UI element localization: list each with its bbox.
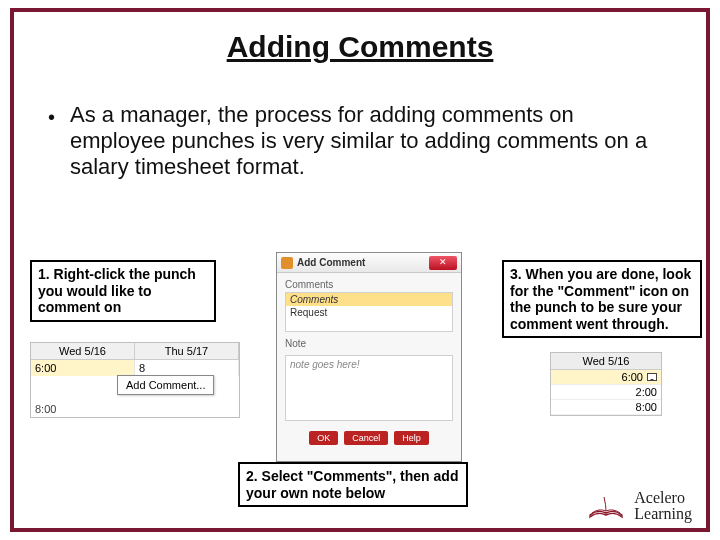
cancel-button[interactable]: Cancel — [344, 431, 388, 445]
col-header: Wed 5/16 — [551, 353, 661, 370]
body-text: As a manager, the process for adding com… — [70, 102, 647, 179]
col-header: Thu 5/17 — [135, 343, 239, 359]
body-paragraph: • As a manager, the process for adding c… — [70, 102, 666, 180]
note-textarea[interactable]: note goes here! — [285, 355, 453, 421]
comment-type-list[interactable]: Comments Request — [285, 292, 453, 332]
logo-text-line2: Learning — [634, 506, 692, 522]
screenshot-punch-with-comment-icon: Wed 5/16 6:00 2:00 8:00 — [550, 352, 662, 416]
col-header: Wed 5/16 — [31, 343, 135, 359]
help-button[interactable]: Help — [394, 431, 429, 445]
punch-cell: 8:00 — [35, 403, 56, 415]
screenshot-add-comment-dialog: Add Comment ✕ Comments Comments Request … — [276, 252, 462, 462]
list-item[interactable]: Request — [286, 306, 452, 319]
callout-step-3: 3. When you are done, look for the "Comm… — [502, 260, 702, 338]
punch-time: 6:00 — [622, 371, 643, 383]
dialog-titlebar: Add Comment ✕ — [277, 253, 461, 273]
logo-text-line1: Acelero — [634, 490, 692, 506]
punch-row: 6:00 — [551, 370, 661, 385]
punch-row: 2:00 — [551, 385, 661, 400]
punch-cell[interactable]: 8 — [135, 360, 239, 376]
context-menu-add-comment[interactable]: Add Comment... — [117, 375, 214, 395]
callout-step-2: 2. Select "Comments", then add your own … — [238, 462, 468, 507]
acelero-learning-logo: Acelero Learning — [586, 490, 692, 522]
punch-time: 8:00 — [636, 401, 657, 413]
list-item-selected[interactable]: Comments — [286, 293, 452, 306]
punch-cell[interactable]: 6:00 — [31, 360, 135, 376]
slide-title: Adding Comments — [14, 30, 706, 64]
slide-frame: Adding Comments • As a manager, the proc… — [10, 8, 710, 532]
ok-button[interactable]: OK — [309, 431, 338, 445]
section-label-comments: Comments — [277, 273, 461, 292]
punch-time: 2:00 — [636, 386, 657, 398]
section-label-note: Note — [277, 332, 461, 351]
close-button[interactable]: ✕ — [429, 256, 457, 270]
punch-row: 8:00 — [551, 400, 661, 415]
callout-step-1: 1. Right-click the punch you would like … — [30, 260, 216, 322]
comment-icon[interactable] — [647, 373, 657, 381]
book-icon — [586, 491, 626, 521]
dialog-app-icon — [281, 257, 293, 269]
bullet-icon: • — [48, 106, 55, 130]
dialog-title: Add Comment — [297, 257, 429, 268]
screenshot-timesheet-context-menu: Wed 5/16 Thu 5/17 6:00 8 Add Comment... … — [30, 342, 240, 418]
